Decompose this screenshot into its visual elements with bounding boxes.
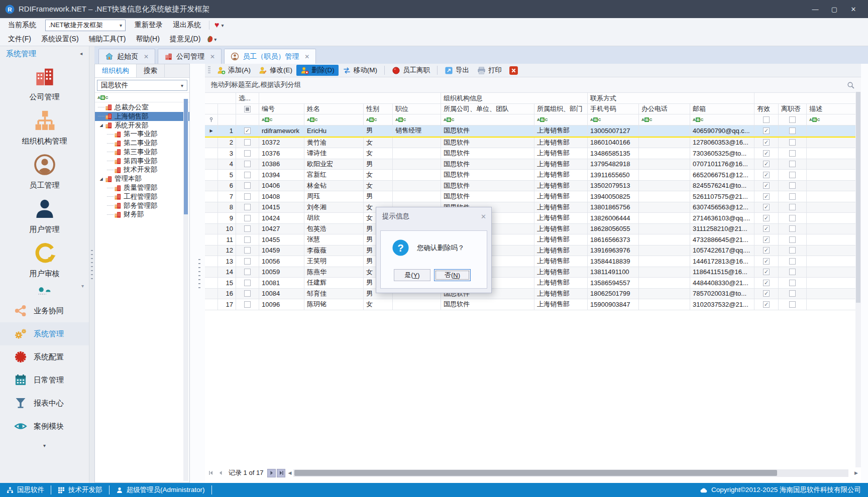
valid-checkbox[interactable] <box>763 236 770 243</box>
resigned-checkbox[interactable] <box>789 247 796 254</box>
expander-icon[interactable]: ◢ <box>98 123 104 128</box>
grid-vscrollbar[interactable] <box>855 92 861 467</box>
maximize-button[interactable]: ▢ <box>825 3 844 16</box>
table-row[interactable]: 210372黄竹渝女国思软件上海销售部186010401661278060353… <box>205 138 861 149</box>
row-checkbox[interactable] <box>244 182 251 189</box>
valid-cell[interactable] <box>754 126 779 137</box>
row-select-cell[interactable] <box>236 267 259 278</box>
row-select-cell[interactable] <box>236 170 259 181</box>
toolbar-修改(E)[interactable]: 修改(E) <box>255 65 296 76</box>
column-header-有效[interactable]: 有效 <box>754 104 779 114</box>
resigned-checkbox[interactable] <box>789 301 796 308</box>
grid-vscrollbar-thumb[interactable] <box>856 92 860 303</box>
table-row[interactable]: 1310056王笑明男国思软件上海销售部13584418839144617281… <box>205 256 861 267</box>
valid-cell[interactable] <box>754 191 779 202</box>
table-row[interactable]: 1010427包英浩男国思软件上海销售部18628056055311125821… <box>205 224 861 235</box>
sidebar-item-用户管理[interactable]: 用户管理 <box>0 194 89 238</box>
table-row[interactable]: 1510081任建辉男国思软件上海销售部13586594557448440833… <box>205 278 861 289</box>
valid-checkbox[interactable] <box>763 301 770 308</box>
valid-checkbox[interactable] <box>763 258 770 265</box>
table-row[interactable]: 410386欧阳业宏男国思软件上海销售部13795482918070710117… <box>205 159 861 170</box>
tree-tab-组织机构[interactable]: 组织机构 <box>95 64 137 77</box>
next-record-button[interactable] <box>267 469 276 477</box>
row-select-cell[interactable] <box>236 299 259 310</box>
prev-record-button[interactable] <box>216 469 225 477</box>
resigned-cell[interactable] <box>779 224 807 235</box>
resigned-checkbox[interactable] <box>789 215 796 221</box>
table-row[interactable]: 310376谭诗佳女国思软件上海销售部134865851357303605325… <box>205 148 861 159</box>
valid-cell[interactable] <box>754 148 779 159</box>
row-select-cell[interactable] <box>236 148 259 159</box>
table-row[interactable]: 1710096陈玥铭女国思软件上海销售部15900903847310203753… <box>205 299 861 310</box>
sidebar-item-公司管理[interactable]: 公司管理 <box>0 61 89 105</box>
no-button[interactable]: 否(N) <box>434 269 471 281</box>
resigned-cell[interactable] <box>779 202 807 213</box>
tab-员工（职员）管理[interactable]: 员工（职员）管理✕ <box>224 49 316 64</box>
valid-checkbox[interactable] <box>763 128 770 134</box>
row-checkbox[interactable] <box>244 258 251 265</box>
resigned-cell[interactable] <box>779 245 807 257</box>
valid-checkbox[interactable] <box>763 150 770 157</box>
tree-node-第三事业部[interactable]: 第三事业部 <box>95 148 189 157</box>
valid-checkbox[interactable] <box>763 161 770 167</box>
dialog-close-icon[interactable]: ✕ <box>481 213 486 220</box>
row-checkbox[interactable] <box>244 280 251 286</box>
filter-办公电话[interactable]: ABC <box>639 114 690 126</box>
resigned-cell[interactable] <box>779 278 807 289</box>
row-checkbox[interactable] <box>244 290 251 297</box>
valid-cell[interactable] <box>754 234 779 245</box>
resigned-cell[interactable] <box>779 181 807 192</box>
valid-checkbox[interactable] <box>763 225 770 232</box>
row-select-cell[interactable] <box>236 181 259 192</box>
filter-有效[interactable] <box>754 114 779 126</box>
grid-hscrollbar-thumb[interactable] <box>294 470 777 476</box>
valid-checkbox[interactable] <box>763 215 770 221</box>
column-header-姓名[interactable]: 姓名 <box>304 104 364 114</box>
sidebar-item-用户审核[interactable]: 用户审核 <box>0 238 89 282</box>
resigned-checkbox[interactable] <box>789 139 796 146</box>
grid-hscrollbar[interactable] <box>293 469 848 477</box>
filter-姓名[interactable]: ABC <box>304 114 364 126</box>
search-icon[interactable] <box>846 81 855 89</box>
filter-编号[interactable]: ABC <box>259 114 304 126</box>
tree-grid-splitter[interactable] <box>197 64 202 483</box>
group-by-panel[interactable]: 拖动列标题至此,根据该列分组 <box>205 77 861 93</box>
column-header-性别[interactable]: 性别 <box>364 104 393 114</box>
valid-cell[interactable] <box>754 181 779 192</box>
tree-node-系统开发部[interactable]: ◢系统开发部 <box>95 121 189 130</box>
resigned-cell[interactable] <box>779 234 807 245</box>
sidebar-overflow-item[interactable]: ▾ <box>0 282 89 299</box>
relogin-button[interactable]: 重新登录 <box>130 20 168 31</box>
tree-node-第一事业部[interactable]: 第一事业部 <box>95 130 189 139</box>
chevron-down-icon[interactable]: ▾ <box>214 37 216 42</box>
valid-checkbox[interactable] <box>763 204 770 210</box>
row-select-cell[interactable] <box>236 289 259 300</box>
valid-cell[interactable] <box>754 267 779 278</box>
row-checkbox[interactable] <box>244 236 251 243</box>
table-row[interactable]: 1410059陈燕华女国思软件上海销售部13811491100118641151… <box>205 267 861 278</box>
filter-select[interactable] <box>236 114 259 126</box>
valid-cell[interactable] <box>754 278 779 289</box>
valid-cell[interactable] <box>754 299 779 310</box>
toolbar-删除(D)[interactable]: 删除(D) <box>296 65 339 76</box>
row-checkbox[interactable] <box>244 161 251 167</box>
sidebar-item-日常管理[interactable]: 日常管理 <box>0 368 89 392</box>
valid-cell[interactable] <box>754 170 779 181</box>
resigned-cell[interactable] <box>779 159 807 170</box>
menu-3[interactable]: 帮助(H) <box>131 34 164 45</box>
band-header-3[interactable]: 组织机构信息 <box>441 93 588 104</box>
sidebar-item-系统管理[interactable]: 系统管理 <box>0 322 89 345</box>
filter-所属公司、单位、团队[interactable]: ABC <box>441 114 534 126</box>
collapse-left-icon[interactable]: ▾ <box>79 52 84 55</box>
row-checkbox[interactable] <box>244 301 251 308</box>
resigned-checkbox[interactable] <box>789 280 796 286</box>
table-row[interactable]: 710408周珏男国思软件上海销售部139400508255261107575@… <box>205 191 861 202</box>
row-select-cell[interactable] <box>236 159 259 170</box>
chevron-down-icon[interactable]: ▾ <box>222 23 224 28</box>
valid-cell[interactable] <box>754 202 779 213</box>
band-header-5[interactable] <box>754 93 861 104</box>
tree-tab-搜索[interactable]: 搜索 <box>137 64 165 77</box>
resigned-checkbox[interactable] <box>789 258 796 265</box>
band-header-0[interactable] <box>205 93 236 104</box>
toolbar-添加(A)[interactable]: 添加(A) <box>213 65 255 76</box>
